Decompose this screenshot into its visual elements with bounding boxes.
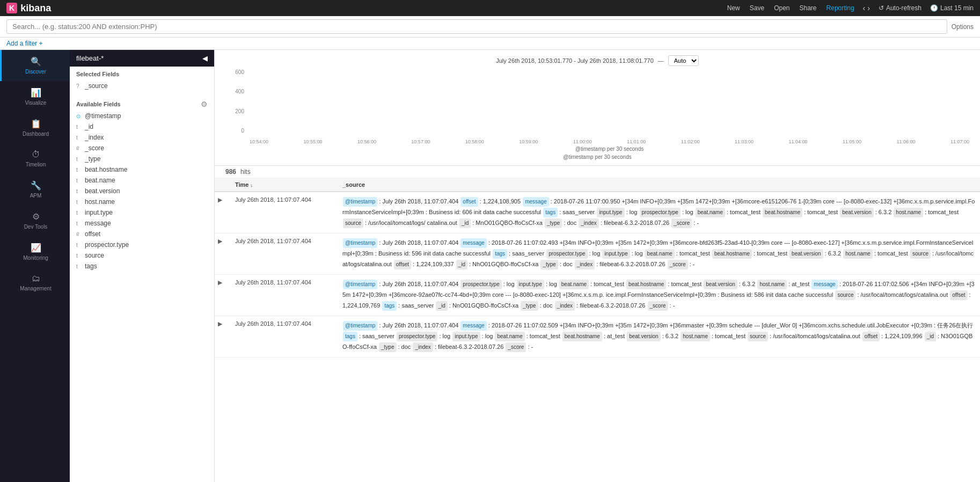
sidebar-item-visualize[interactable]: 📊 Visualize — [0, 81, 70, 112]
field-score[interactable]: # _score — [76, 143, 208, 154]
selected-field-source[interactable]: ? _source — [76, 81, 208, 91]
badge-source-4: source — [748, 332, 768, 341]
badge-id-4: _id — [925, 332, 936, 341]
gear-icon[interactable]: ⚙ — [201, 100, 208, 108]
sidebar-item-apm[interactable]: 🔧 APM — [0, 174, 70, 205]
field-type-beat-version: t — [76, 188, 82, 194]
field-type-id: t — [76, 124, 82, 130]
badge-score-4: _score — [506, 342, 526, 352]
badge-beatname-2: beat.name — [645, 249, 675, 259]
badge-beatname-1: beat.name — [696, 208, 725, 217]
kibana-wordmark: kibana — [20, 3, 51, 14]
x-label-1104: 11:04:00 — [789, 139, 808, 144]
field-message[interactable]: t message — [76, 218, 208, 229]
badge-score-1: _score — [671, 218, 692, 228]
options-button[interactable]: Options — [952, 23, 974, 31]
chart-y-axis: 600 400 200 0 — [225, 69, 247, 134]
field-name-offset: offset — [85, 230, 208, 238]
sidebar-label-apm: APM — [30, 193, 42, 199]
time-range-button[interactable]: 🕐 Last 15 min — [930, 4, 974, 12]
x-label-1059: 10:59:00 — [519, 139, 538, 144]
nav-next-btn[interactable]: › — [867, 4, 870, 12]
field-tags[interactable]: t tags — [76, 261, 208, 272]
chart-x-axis: 10:54:00 10:55:00 10:56:00 10:57:00 10:5… — [250, 139, 969, 144]
expand-cell-3[interactable]: ▶ — [215, 275, 231, 290]
y-label-600: 600 — [235, 69, 244, 75]
search-input[interactable] — [6, 19, 947, 34]
field-host-name[interactable]: t host.name — [76, 196, 208, 207]
save-link[interactable]: Save — [750, 4, 764, 12]
field-type-timestamp: ⊙ — [76, 113, 82, 119]
sidebar-label-management: Management — [20, 286, 51, 291]
field-id[interactable]: t _id — [76, 121, 208, 132]
sidebar-item-monitoring[interactable]: 📈 Monitoring — [0, 236, 70, 267]
clock-icon: 🕐 — [930, 4, 938, 12]
badge-hostname-3: host.name — [757, 280, 787, 289]
new-link[interactable]: New — [727, 4, 740, 12]
badge-prospectortype-4: prospector.type — [397, 332, 437, 341]
badge-score-2: _score — [668, 260, 688, 269]
sidebar-item-timelion[interactable]: ⏱ Timelion — [0, 143, 70, 174]
sidebar-item-discover[interactable]: 🔍 Discover — [0, 50, 70, 81]
right-panel: July 26th 2018, 10:53:01.770 - July 26th… — [215, 50, 980, 482]
badge-inputtype-2: input.type — [602, 249, 630, 259]
sort-arrow-time: ↓ — [251, 182, 253, 188]
sidebar-label-discover: Discover — [25, 69, 46, 75]
expand-col-header — [215, 181, 231, 188]
management-icon: 🗂 — [32, 274, 40, 283]
field-beat-name[interactable]: t beat.name — [76, 175, 208, 186]
index-pattern-header: filebeat-* ◀ — [70, 50, 214, 67]
sidebar-item-devtools[interactable]: ⚙ Dev Tools — [0, 205, 70, 236]
sidebar-item-dashboard[interactable]: 📋 Dashboard — [0, 112, 70, 143]
time-col-header[interactable]: Time ↓ — [231, 181, 338, 188]
table-row: ▶ July 26th 2018, 11:07:07.404 @timestam… — [215, 192, 980, 233]
main-content: 🔍 Discover 📊 Visualize 📋 Dashboard ⏱ Tim… — [0, 50, 980, 482]
field-beat-version[interactable]: t beat.version — [76, 186, 208, 196]
filter-bar: Add a filter + — [0, 38, 980, 50]
field-beat-hostname[interactable]: t beat.hostname — [76, 164, 208, 175]
open-link[interactable]: Open — [774, 4, 789, 12]
auto-refresh-button[interactable]: ↺ Auto-refresh — [879, 4, 922, 12]
field-index[interactable]: t _index — [76, 132, 208, 143]
field-offset[interactable]: # offset — [76, 229, 208, 239]
nav-arrows: ‹ › — [863, 4, 870, 12]
field-timestamp[interactable]: ⊙ @timestamp — [76, 111, 208, 121]
nav-prev-btn[interactable]: ‹ — [863, 4, 866, 12]
badge-id-2: _id — [456, 260, 467, 269]
field-type-message: t — [76, 221, 82, 227]
x-label-1058: 10:58:00 — [465, 139, 484, 144]
badge-beatname-3: beat.name — [559, 280, 589, 289]
top-bar-links: New Save Open Share Reporting — [727, 4, 854, 12]
x-label-1054: 10:54:00 — [250, 139, 268, 144]
expand-cell-4[interactable]: ▶ — [215, 316, 231, 332]
badge-inputtype-3: input.type — [517, 280, 544, 289]
badge-beathostname-4: beat.hostname — [562, 332, 602, 341]
field-type-score: # — [76, 145, 82, 151]
chart-interval-select[interactable]: Auto — [668, 55, 699, 66]
x-label-1056: 10:56:00 — [357, 139, 376, 144]
field-name-index: _index — [85, 134, 208, 141]
sidebar: 🔍 Discover 📊 Visualize 📋 Dashboard ⏱ Tim… — [0, 50, 70, 482]
x-label-1106: 11:06:00 — [896, 139, 915, 144]
expand-cell-2[interactable]: ▶ — [215, 233, 231, 249]
badge-index-1: _index — [579, 218, 598, 228]
share-link[interactable]: Share — [800, 4, 817, 12]
field-source[interactable]: t source — [76, 250, 208, 261]
field-type-prospector-type: t — [76, 242, 82, 248]
hits-count: 986 — [225, 168, 236, 176]
field-type[interactable]: t _type — [76, 154, 208, 164]
add-filter-button[interactable]: Add a filter + — [6, 40, 42, 47]
expand-cell-1[interactable]: ▶ — [215, 192, 231, 208]
badge-source-1: source — [343, 218, 363, 228]
hits-label: hits — [240, 168, 251, 176]
kibana-k-logo: K — [6, 3, 17, 13]
x-label-1100: 11:00:00 — [573, 139, 592, 144]
badge-source-2: source — [910, 249, 931, 259]
table-header: Time ↓ _source — [215, 178, 980, 192]
sidebar-label-dashboard: Dashboard — [23, 131, 49, 137]
index-pattern-collapse-icon[interactable]: ◀ — [202, 54, 208, 62]
field-prospector-type[interactable]: t prospector.type — [76, 239, 208, 250]
sidebar-item-management[interactable]: 🗂 Management — [0, 267, 70, 298]
reporting-link[interactable]: Reporting — [827, 4, 854, 12]
field-input-type[interactable]: t input.type — [76, 207, 208, 218]
